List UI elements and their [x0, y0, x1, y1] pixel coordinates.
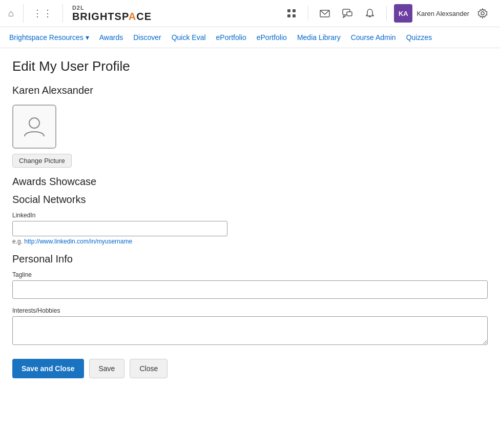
chat-icon-button[interactable]: [338, 4, 357, 23]
logo-dot: A: [129, 11, 136, 22]
grid-icon: [286, 8, 297, 18]
chevron-down-icon: ▾: [86, 33, 89, 42]
user-avatar[interactable]: KA: [394, 4, 412, 23]
logo: D2L BRIGHTSPACE: [72, 5, 152, 22]
grid-icon-button[interactable]: [282, 4, 301, 23]
mail-icon-button[interactable]: [316, 4, 334, 23]
linkedin-label: LinkedIn: [12, 212, 488, 219]
username-label[interactable]: Karen Alexsander: [416, 10, 469, 17]
header-right: KA Karen Alexsander: [282, 4, 492, 23]
header-divider-4: [386, 6, 387, 21]
page-title: Edit My User Profile: [12, 58, 488, 74]
nav-item-quizzes[interactable]: Quizzes: [401, 27, 437, 48]
bell-icon: [364, 8, 376, 19]
header-left: ⌂ ⋮⋮ D2L BRIGHTSPACE: [8, 4, 152, 23]
logo-d2l: D2L: [72, 5, 152, 11]
close-button[interactable]: Close: [130, 359, 168, 378]
footer-buttons: Save and Close Save Close: [12, 359, 488, 391]
awards-showcase-title: Awards Showcase: [12, 176, 488, 188]
svg-rect-0: [287, 9, 290, 12]
nav-item-eportfolio-1[interactable]: ePortfolio: [211, 27, 252, 48]
svg-rect-3: [293, 14, 296, 17]
nav-item-quick-eval[interactable]: Quick Eval: [166, 27, 211, 48]
interests-group: Interests/Hobbies: [12, 307, 488, 347]
change-picture-button[interactable]: Change Picture: [12, 154, 72, 168]
tagline-label: Tagline: [12, 271, 488, 278]
tagline-group: Tagline: [12, 271, 488, 299]
tagline-input[interactable]: [12, 280, 488, 299]
social-networks-title: Social Networks: [12, 194, 488, 206]
linkedin-input[interactable]: [12, 221, 227, 236]
nav-item-eportfolio-2[interactable]: ePortfolio: [252, 27, 292, 48]
gear-icon: [477, 8, 488, 19]
nav-item-discover[interactable]: Discover: [128, 27, 166, 48]
header-divider-3: [308, 6, 308, 21]
interests-textarea[interactable]: [12, 316, 488, 345]
nav-item-brightspace-resources[interactable]: Brightspace Resources ▾: [4, 27, 94, 48]
user-display-name: Karen Alexsander: [12, 85, 488, 96]
header: ⌂ ⋮⋮ D2L BRIGHTSPACE: [0, 0, 500, 27]
chat-icon: [342, 8, 353, 19]
profile-picture: [12, 105, 56, 149]
linkedin-group: LinkedIn e.g. http://www.linkedin.com/in…: [12, 212, 488, 245]
settings-icon-button[interactable]: [473, 4, 492, 23]
interests-label: Interests/Hobbies: [12, 307, 488, 314]
avatar-container: Change Picture: [12, 105, 488, 168]
svg-rect-1: [293, 9, 296, 12]
mail-icon: [319, 8, 330, 19]
main-content: Edit My User Profile Karen Alexsander Ch…: [0, 48, 500, 401]
nav-item-course-admin[interactable]: Course Admin: [346, 27, 401, 48]
nav-item-media-library[interactable]: Media Library: [292, 27, 346, 48]
header-divider-2: [62, 4, 63, 23]
header-divider-1: [23, 4, 24, 23]
save-button[interactable]: Save: [89, 359, 125, 378]
svg-rect-2: [287, 14, 290, 17]
logo-brightspace: BRIGHTSPACE: [72, 11, 152, 22]
save-and-close-button[interactable]: Save and Close: [12, 359, 84, 378]
home-icon[interactable]: ⌂: [8, 8, 14, 19]
svg-point-8: [29, 118, 39, 128]
personal-info-title: Personal Info: [12, 253, 488, 265]
linkedin-hint: e.g. http://www.linkedin.com/in/myuserna…: [12, 238, 488, 245]
svg-point-7: [481, 12, 484, 15]
bell-icon-button[interactable]: [361, 4, 379, 23]
nav-bar: Brightspace Resources ▾ Awards Discover …: [0, 27, 500, 48]
nav-item-awards[interactable]: Awards: [94, 27, 128, 48]
svg-rect-6: [347, 12, 352, 16]
linkedin-hint-link[interactable]: http://www.linkedin.com/in/myusername: [24, 238, 132, 245]
apps-icon: ⋮⋮: [33, 8, 53, 19]
person-icon: [20, 113, 48, 140]
